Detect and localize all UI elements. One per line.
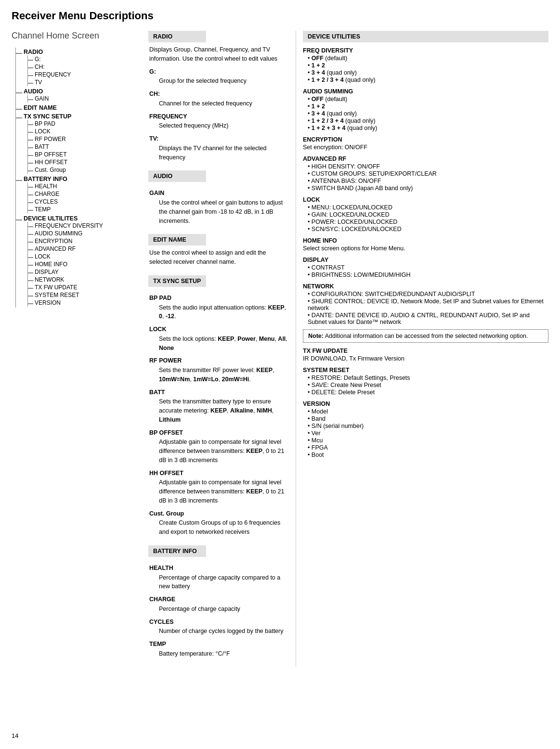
freq-diversity-label: FREQ DIVERSITY [303,47,548,54]
tree-sub-g: G: [28,55,137,63]
network-list: CONFIGURATION: SWITCHED/REDUNDANT AUDIO/… [308,291,548,325]
tx-fw-update-entry: TX FW UPDATE IR DOWNLOAD, Tx Firmware Ve… [303,348,548,362]
encryption-entry: ENCRYPTION Set encryption: ON/OFF [303,136,548,151]
batt-desc: Sets the transmitter battery type to ens… [159,397,288,424]
tree-sub-ch: CH: [28,63,137,71]
display-brightness: BRIGHTNESS: LOW/MEDIUM/HIGH [308,271,548,278]
tree-item-audio: AUDIO GAIN [16,87,137,103]
freq-diversity-list: OFF (default) 1 + 2 3 + 4 (quad only) 1 … [308,55,548,83]
tx-sync-section: TX SYNC SETUP BP PAD Sets the audio inpu… [148,275,289,537]
audio-section-content: GAIN Use the control wheel or gain butto… [148,189,289,225]
reset-save: SAVE: Create New Preset [308,382,548,388]
tx-fw-update-label: TX FW UPDATE [303,348,548,354]
bp-pad-label: BP PAD [149,294,288,303]
freq-diversity-entry: FREQ DIVERSITY OFF (default) 1 + 2 3 + 4… [303,47,548,83]
tree-sub-system-reset: SYSTEM RESET [28,291,137,299]
encryption-label: ENCRYPTION [303,136,548,143]
radio-frequency-desc: Selected frequency (MHz) [159,121,288,130]
tree-sub-cust-group: Cust. Group [28,166,137,174]
freq-div-1-2: 1 + 2 [308,62,548,69]
audio-sum-all: 1 + 2 + 3 + 4 (quad only) [308,125,548,131]
tree-sub-bp-offset: BP OFFSET [28,151,137,158]
note-bold: Note: [308,333,324,339]
temp-label: TEMP [149,640,288,649]
version-list: Model Band S/N (serial number) Ver Mcu F… [308,408,548,458]
hh-offset-desc: Adjustable gain to compensate for signal… [159,478,288,505]
radio-tv-label: TV: [149,134,288,143]
reset-restore: RESTORE: Default Settings, Presets [308,374,548,381]
lock-desc: Sets the lock options: KEEP, Power, Menu… [159,335,288,353]
freq-div-3-4: 3 + 4 (quad only) [308,69,548,76]
version-ver: Ver [308,430,548,437]
charge-desc: Percentage of charge capacity [159,605,288,614]
adv-rf-antenna: ANTENNA BIAS: ON/OFF [308,178,548,184]
batt-label: BATT [149,388,288,397]
audio-summing-entry: AUDIO SUMMING OFF (default) 1 + 2 3 + 4 … [303,88,548,131]
network-entry: NETWORK CONFIGURATION: SWITCHED/REDUNDAN… [303,283,548,343]
tree-sub-cycles: CYCLES [28,198,137,206]
display-list: CONTRAST BRIGHTNESS: LOW/MEDIUM/HIGH [308,264,548,278]
reset-delete: DELETE: Delete Preset [308,389,548,396]
lock-menu: MENU: LOCKED/UNLOCKED [308,204,548,211]
tree-item-device-utilities: DEVICE ULTILITES FREQUENCY DIVERSITY AUD… [16,214,137,308]
audio-gain-label: GAIN [149,189,288,198]
page-number: 14 [12,732,18,739]
bp-offset-label: BP OFFSET [149,428,288,438]
tree-sub-freq-div: FREQUENCY DIVERSITY [28,222,137,230]
audio-gain-desc: Use the control wheel or gain buttons to… [159,198,288,225]
tree-sub-audio-summing: AUDIO SUMMING [28,230,137,237]
charge-label: CHARGE [149,595,288,604]
network-shure: SHURE CONTROL: DEVICE ID, Network Mode, … [308,298,548,311]
radio-section-content: Displays Group, Channel, Frequency, and … [148,45,289,162]
tree-sub-batt: BATT [28,143,137,151]
advanced-rf-list: HIGH DENSITY: ON/OFF CUSTOM GROUPS: SETU… [308,163,548,192]
version-mcu: Mcu [308,437,548,444]
tx-fw-update-desc: IR DOWNLOAD, Tx Firmware Version [303,355,548,362]
channel-tree: RADIO G: CH: FREQUENCY TV AUDIO GAIN EDI… [15,48,137,308]
tree-sub-rf-power: RF POWER [28,135,137,143]
network-note: Note: Additional information can be acce… [303,329,548,343]
version-model: Model [308,408,548,415]
system-reset-entry: SYSTEM RESET RESTORE: Default Settings, … [303,367,548,396]
tree-sub-network: NETWORK [28,276,137,284]
battery-info-title: BATTERY INFO [148,545,206,557]
lock-right-label: LOCK [303,196,548,203]
battery-info-section: BATTERY INFO HEALTH Percentage of charge… [148,545,289,659]
channel-home-title: Channel Home Screen [12,31,137,41]
radio-g-desc: Group for the selected frequency [159,77,288,86]
version-sn: S/N (serial number) [308,423,548,429]
network-dante: DANTE: DANTE DEVICE ID, AUDIO & CNTRL, R… [308,312,548,325]
rf-power-label: RF POWER [149,356,288,365]
audio-sum-off: OFF (default) [308,96,548,103]
lock-power: POWER: LOCKED/UNLOCKED [308,219,548,225]
tree-item-radio: RADIO G: CH: FREQUENCY TV [16,48,137,87]
adv-rf-custom: CUSTOM GROUPS: SETUP/EXPORT/CLEAR [308,170,548,177]
rf-power-desc: Sets the transmitter RF power level: KEE… [159,366,288,384]
radio-ch-label: CH: [149,90,288,99]
edit-name-section: EDIT NAME Use the control wheel to assig… [148,234,289,267]
network-label: NETWORK [303,283,548,290]
version-entry: VERSION Model Band S/N (serial number) V… [303,400,548,458]
tree-sub-lock2: LOCK [28,253,137,260]
tree-sub-version: VERSION [28,299,137,307]
home-info-label: HOME INFO [303,237,548,244]
bp-offset-desc: Adjustable gain to compensate for signal… [159,438,288,465]
audio-summing-label: AUDIO SUMMING [303,88,548,95]
right-column: DEVICE UTILITIES FREQ DIVERSITY OFF (def… [296,31,548,667]
radio-g-label: G: [149,67,288,77]
cust-group-desc: Create Custom Groups of up to 6 frequenc… [159,518,288,537]
encryption-desc: Set encryption: ON/OFF [303,144,548,151]
battery-info-content: HEALTH Percentage of charge capacity com… [148,564,289,659]
tx-sync-section-title: TX SYNC SETUP [148,275,206,287]
version-fpga: FPGA [308,444,548,451]
audio-sum-1-2: 1 + 2 [308,103,548,110]
freq-div-all: 1 + 2 / 3 + 4 (quad only) [308,77,548,83]
audio-summing-list: OFF (default) 1 + 2 3 + 4 (quad only) 1 … [308,96,548,131]
display-entry: DISPLAY CONTRAST BRIGHTNESS: LOW/MEDIUM/… [303,257,548,278]
radio-section: RADIO Displays Group, Channel, Frequency… [148,31,289,162]
home-info-desc: Select screen options for Home Menu. [303,245,548,252]
device-utilities-title: DEVICE UTILITIES [303,31,548,42]
tree-item-tx-sync: TX SYNC SETUP BP PAD LOCK RF POWER BATT … [16,112,137,175]
tree-sub-tv: TV [28,78,137,86]
home-info-entry: HOME INFO Select screen options for Home… [303,237,548,252]
